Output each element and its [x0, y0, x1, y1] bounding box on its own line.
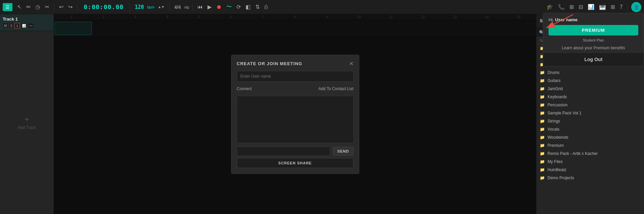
send-button[interactable]: SEND: [333, 147, 354, 156]
undo-button[interactable]: ↩: [58, 3, 65, 11]
track-1-controls: M S ⬇ 📊 〜: [3, 23, 51, 28]
divider-6: [627, 3, 628, 11]
cut-tool[interactable]: ✂: [44, 3, 51, 11]
menu-button[interactable]: ☰: [3, 3, 12, 11]
play-button[interactable]: ▶: [206, 3, 213, 11]
modal-close-button[interactable]: ✕: [349, 60, 354, 67]
premium-button[interactable]: PREMIUM: [549, 25, 638, 35]
folder-guitars[interactable]: 📁 Guitars: [536, 77, 644, 85]
layout-icon[interactable]: ⊟: [577, 3, 584, 11]
folder-drums[interactable]: 📁 Drums: [536, 69, 644, 77]
sig-label: sig: [184, 5, 189, 9]
folder-name-humbeatz: HumBeatz: [548, 167, 566, 172]
learn-premium-link[interactable]: Learn about your Premium benefits: [543, 44, 644, 52]
sounds-folder-list: 📁 Free... 📁 Ba... 📁 Construction Kits 📁 …: [536, 44, 644, 214]
folder-icon-jamgrid: 📁: [540, 86, 545, 91]
student-plan-label: Student Plan: [543, 37, 644, 44]
loop-tool[interactable]: ◷: [34, 3, 41, 11]
avatar-button[interactable]: 👤: [631, 2, 641, 12]
toolbar: ☰ ↖ ✏ ◷ ✂ ↩ ↪ 0:00:00.00 120 bpm ▲▼ 4/4 …: [0, 0, 644, 14]
folder-remix-pack[interactable]: 📁 Remix Pack - Artik x Kacher: [536, 150, 644, 158]
track-panel: Track 1 M S ⬇ 📊 〜 + Add Track: [0, 14, 54, 214]
folder-name-remix: Remix Pack - Artik x Kacher: [548, 151, 598, 156]
folder-icon-sample-pack: 📁: [540, 111, 545, 115]
folder-icon-woodwinds: 📁: [540, 135, 545, 140]
cursor-tool[interactable]: ↖: [16, 3, 23, 11]
meeting-modal-overlay: CREATE OR JOIN MEETING ✕ Connect Add To …: [54, 14, 536, 214]
export-button[interactable]: ⎙: [263, 3, 269, 11]
divider-1: [54, 3, 54, 11]
mixer-icon[interactable]: ⊞: [609, 3, 616, 11]
arm-button[interactable]: ⬇: [15, 23, 20, 28]
folder-jamgrid[interactable]: 📁 JamGrid: [536, 85, 644, 93]
wave-button[interactable]: 〜: [28, 23, 34, 28]
grid-icon[interactable]: ⊞: [568, 3, 575, 11]
bpm-display: 120: [133, 4, 145, 10]
message-input[interactable]: [237, 146, 330, 156]
screen-share-button[interactable]: SCREEN SHARE: [237, 158, 354, 168]
folder-icon-strings: 📁: [540, 119, 545, 124]
greeting-text: Hi,: [549, 17, 554, 22]
divider-2: [77, 3, 78, 11]
rewind-button[interactable]: ⏮: [196, 3, 204, 11]
folder-name-sample-pack: Sample Pack Vol 1: [548, 111, 582, 115]
bpm-arrows[interactable]: ▲▼: [157, 4, 166, 9]
solo-button[interactable]: S: [9, 23, 14, 28]
add-contact-button[interactable]: Add To Contact List: [318, 85, 354, 92]
folder-name-drums: Drums: [548, 70, 559, 75]
folder-icon-percussion: 📁: [540, 103, 545, 107]
waveform-icon[interactable]: 📊: [586, 3, 596, 11]
folder-premium[interactable]: 📁 Premium: [536, 141, 644, 150]
folder-strings[interactable]: 📁 Strings: [536, 117, 644, 125]
record-button[interactable]: ⏺: [215, 3, 223, 11]
folder-keyboards[interactable]: 📁 Keyboards: [536, 93, 644, 101]
time-display: 0:00:00.00: [81, 3, 126, 10]
folder-icon-keyboards: 📁: [540, 95, 545, 99]
redo-button[interactable]: ↪: [67, 3, 74, 11]
loop-toggle[interactable]: ⟳: [235, 3, 242, 11]
mute-button[interactable]: M: [3, 23, 8, 28]
folder-percussion[interactable]: 📁 Percussion: [536, 101, 644, 109]
dropdown-greeting: Hi, User name: [543, 13, 644, 25]
punch-in[interactable]: ◧: [244, 3, 252, 11]
user-dropdown: Hi, User name PREMIUM Student Plan Learn…: [543, 13, 644, 66]
folder-name-keyboards: Keyboards: [548, 95, 567, 99]
folder-woodwinds[interactable]: 📁 Woodwinds: [536, 133, 644, 141]
username-input[interactable]: [237, 71, 354, 82]
sig-display: 4/4: [173, 4, 182, 10]
modal-action-row: Connect Add To Contact List: [237, 85, 354, 92]
seven-icon[interactable]: 7: [618, 3, 624, 11]
folder-vocals[interactable]: 📁 Vocals: [536, 125, 644, 133]
folder-name-strings: Strings: [548, 119, 560, 124]
connect-button[interactable]: Connect: [237, 85, 252, 92]
learn-icon[interactable]: 🎓: [545, 3, 555, 11]
divider-4: [169, 3, 170, 11]
phone-icon[interactable]: 📞: [557, 3, 566, 11]
divider-5: [192, 3, 193, 11]
folder-icon-premium: 📁: [540, 143, 545, 148]
folder-sample-pack[interactable]: 📁 Sample Pack Vol 1: [536, 109, 644, 117]
track-1-header: Track 1 M S ⬇ 📊 〜: [0, 14, 54, 31]
volume-button[interactable]: 📊: [21, 23, 27, 28]
divider-3: [130, 3, 130, 11]
sync-button[interactable]: ⇅: [254, 3, 261, 11]
folder-name-percussion: Percussion: [548, 103, 567, 107]
piano-icon[interactable]: 🎹: [598, 3, 607, 11]
folder-name-myfiles: My Files: [548, 159, 563, 164]
folder-demo-projects[interactable]: 📁 Demo Projects: [536, 174, 644, 182]
add-track-plus-icon: +: [25, 115, 29, 124]
folder-icon-guitars: 📁: [540, 78, 545, 83]
pencil-tool[interactable]: ✏: [25, 3, 32, 11]
folder-humbeatz[interactable]: 📁 HumBeatz: [536, 166, 644, 174]
folder-my-files[interactable]: 📁 My Files: [536, 158, 644, 166]
folder-name-vocals: Vocals: [548, 127, 559, 132]
logout-button[interactable]: Log Out: [543, 52, 644, 66]
add-track-button[interactable]: + Add Track: [0, 31, 54, 214]
folder-name-woodwinds: Woodwinds: [548, 135, 568, 140]
modal-bottom: SEND: [237, 146, 354, 156]
automation-button[interactable]: 〜: [225, 3, 233, 11]
folder-name-premium: Premium: [548, 143, 564, 148]
track-1-name: Track 1: [3, 17, 51, 22]
modal-header: CREATE OR JOIN MEETING ✕: [237, 60, 354, 67]
add-track-label: Add Track: [18, 125, 36, 130]
